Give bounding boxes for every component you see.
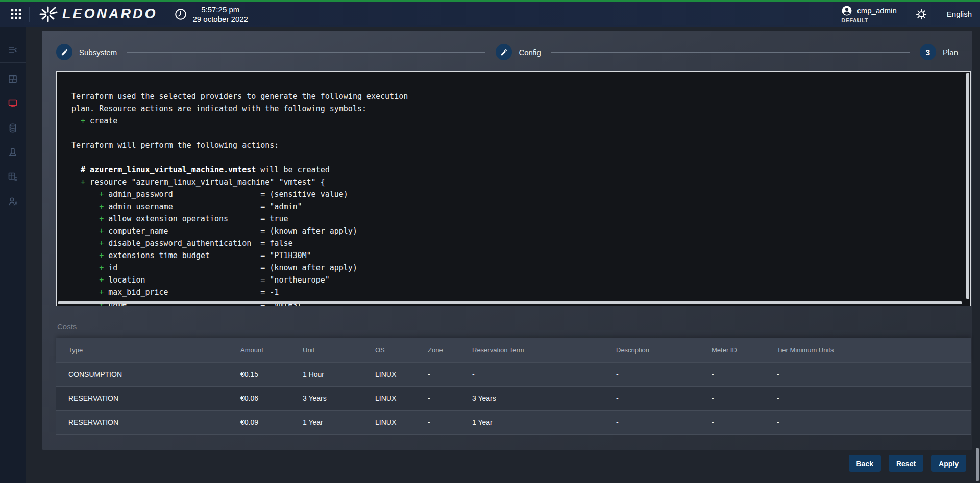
edit-pencil-icon <box>500 48 508 56</box>
clock-date: 29 october 2022 <box>193 14 248 24</box>
costs-table-header: TypeAmountUnitOSZoneReservation TermDesc… <box>56 338 971 363</box>
costs-table-cell: LINUX <box>375 418 428 426</box>
costs-table-cell: - <box>712 370 777 378</box>
apply-button[interactable]: Apply <box>931 455 966 472</box>
dashboard-icon <box>7 73 18 85</box>
costs-table-cell: 1 Year <box>472 418 616 426</box>
clock-widget: 5:57:25 pm 29 october 2022 <box>174 5 248 24</box>
database-icon <box>7 122 18 134</box>
language-selector[interactable]: English <box>947 10 972 18</box>
costs-table-row[interactable]: RESERVATION€0.091 YearLINUX-1 Year--- <box>56 411 971 435</box>
terraform-plan-terminal[interactable]: Terraform used the selected providers to… <box>56 71 971 306</box>
costs-table-cell: - <box>428 418 472 426</box>
costs-table-body: CONSUMPTION€0.151 HourLINUX-----RESERVAT… <box>56 363 971 435</box>
terminal-line <box>71 151 408 164</box>
terminal-line: # azurerm_linux_virtual_machine.vmtest w… <box>71 164 408 176</box>
terminal-line: + admin_password = (sensitive value) <box>71 188 408 200</box>
back-button[interactable]: Back <box>849 455 881 472</box>
sidebar-item-dashboard[interactable] <box>0 67 26 91</box>
sidebar-item-virtual-machines[interactable] <box>0 91 26 116</box>
costs-table-cell: 1 Hour <box>303 370 375 378</box>
terminal-line: + extensions_time_budget = "PT1H30M" <box>71 249 408 262</box>
sidebar-item-services[interactable] <box>0 165 26 189</box>
brand-name: LEONARDO <box>62 6 158 22</box>
terminal-line: + admin_username = "admin" <box>71 200 408 213</box>
terminal-line: + location = "northeurope" <box>71 274 408 286</box>
costs-table-cell: €0.15 <box>240 370 303 378</box>
costs-column-header: Type <box>68 346 240 354</box>
costs-table-cell: CONSUMPTION <box>68 370 240 378</box>
reset-button[interactable]: Reset <box>889 455 923 472</box>
step-label: Config <box>519 48 541 57</box>
step-plan[interactable]: 3 Plan <box>920 44 958 60</box>
costs-table-cell: LINUX <box>375 394 428 402</box>
costs-column-header: Amount <box>240 346 303 354</box>
costs-title: Costs <box>57 322 77 331</box>
clock-icon <box>174 8 187 21</box>
device-icon <box>7 147 18 158</box>
apps-grid-icon <box>11 9 21 19</box>
costs-table-cell: - <box>428 394 472 402</box>
edit-pencil-icon <box>61 48 68 56</box>
monitor-icon <box>7 98 18 109</box>
sidebar-item-storage[interactable] <box>0 116 26 140</box>
user-menu[interactable]: cmp_admin DEFAULT <box>841 5 897 23</box>
terminal-line: + id = (known after apply) <box>71 262 408 274</box>
services-grid-icon <box>7 171 18 183</box>
terminal-horizontal-scrollbar[interactable] <box>58 301 962 304</box>
costs-table-cell: - <box>777 370 971 378</box>
costs-column-header: Meter ID <box>712 346 777 354</box>
user-wrench-icon <box>7 196 18 207</box>
costs-column-header: Tier Minimum Units <box>777 346 971 354</box>
terminal-line <box>71 127 408 139</box>
terminal-line: Terraform used the selected providers to… <box>71 90 408 103</box>
costs-table-cell: LINUX <box>375 370 428 378</box>
sidebar-item-devices[interactable] <box>0 140 26 165</box>
costs-column-header: Unit <box>303 346 375 354</box>
costs-table-row[interactable]: RESERVATION€0.063 YearsLINUX-3 Years--- <box>56 387 971 411</box>
gear-icon <box>915 8 927 20</box>
costs-table-cell: - <box>616 370 712 378</box>
sidebar-collapse-button[interactable] <box>0 37 26 63</box>
page-vertical-scrollbar[interactable] <box>976 448 979 481</box>
apps-grid-button[interactable] <box>11 9 21 19</box>
costs-column-header: Zone <box>428 346 472 354</box>
step-label: Plan <box>943 48 958 57</box>
costs-table-cell: - <box>777 394 971 402</box>
costs-table-row[interactable]: CONSUMPTION€0.151 HourLINUX----- <box>56 363 971 387</box>
costs-table-cell: €0.09 <box>240 418 303 426</box>
costs-table-cell: RESERVATION <box>68 394 240 402</box>
stepper-connector <box>127 52 485 53</box>
wizard-actions: Back Reset Apply <box>849 455 967 472</box>
user-scope-label: DEFAULT <box>841 17 868 23</box>
clock-time: 5:57:25 pm <box>201 5 239 14</box>
step-label: Subsystem <box>79 48 117 57</box>
user-name: cmp_admin <box>857 6 897 15</box>
costs-table-cell: - <box>616 418 712 426</box>
terminal-line: + create <box>71 115 408 127</box>
costs-table-cell: - <box>616 394 712 402</box>
costs-table-cell: - <box>712 418 777 426</box>
user-avatar-icon <box>841 5 852 16</box>
brand-logo: LEONARDO <box>38 4 158 24</box>
costs-table-cell: €0.06 <box>240 394 303 402</box>
terminal-line: + computer_name = (known after apply) <box>71 225 408 237</box>
terminal-lines: Terraform used the selected providers to… <box>71 90 408 306</box>
costs-table-cell: 1 Year <box>303 418 375 426</box>
costs-column-header: Description <box>616 346 712 354</box>
costs-table-cell: - <box>777 418 971 426</box>
terminal-line: + max_bid_price = -1 <box>71 286 408 298</box>
step-subsystem[interactable]: Subsystem <box>56 44 117 60</box>
step-number: 3 <box>920 44 936 60</box>
sidebar-item-user-admin[interactable] <box>0 189 26 214</box>
terminal-line: Terraform will perform the following act… <box>71 139 408 151</box>
step-config[interactable]: Config <box>496 44 541 60</box>
leonardo-fan-icon <box>38 4 58 24</box>
stepper-connector <box>551 52 910 53</box>
settings-gear-button[interactable] <box>915 8 927 20</box>
terminal-line: + resource "azurerm_linux_virtual_machin… <box>71 176 408 188</box>
costs-table-cell: 3 Years <box>472 394 616 402</box>
terminal-vertical-scrollbar[interactable] <box>966 73 969 299</box>
wizard-panel: Subsystem Config 3 Plan Terraform used t… <box>42 31 972 450</box>
terminal-line: plan. Resource actions are indicated wit… <box>71 103 408 115</box>
